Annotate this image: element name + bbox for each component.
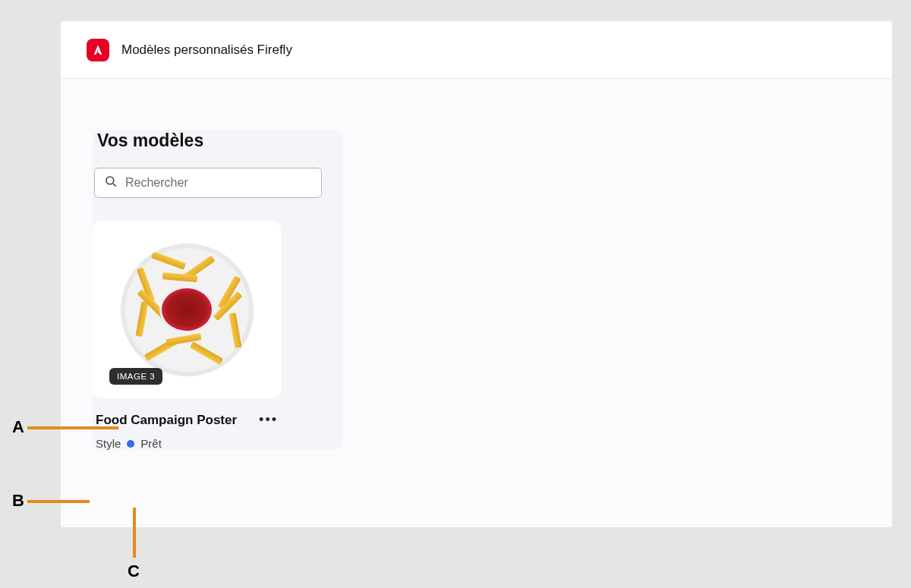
annotation-a-line (27, 426, 118, 429)
annotation-a-label: A (12, 417, 24, 437)
annotation-b-label: B (12, 491, 24, 511)
app-title: Modèles personnalisés Firefly (121, 42, 292, 58)
section-title: Vos modèles (97, 130, 343, 151)
model-card-meta: Food Campaign Poster ••• Style Prêt (93, 409, 281, 450)
app-window: Modèles personnalisés Firefly Vos modèle… (61, 21, 892, 527)
search-input[interactable] (125, 176, 312, 190)
annotation-c-label: C (128, 561, 140, 581)
models-panel: Vos modèles (93, 130, 343, 450)
adobe-logo-icon (87, 39, 109, 61)
model-status-row: Style Prêt (96, 437, 281, 450)
app-header: Modèles personnalisés Firefly (61, 21, 892, 79)
model-status-label: Prêt (140, 437, 162, 450)
annotation-c-line (133, 508, 136, 558)
content-area: Vos modèles (61, 79, 892, 480)
model-card[interactable]: IMAGE 3 (93, 221, 281, 398)
more-options-button[interactable]: ••• (256, 409, 281, 431)
model-type-label: Style (96, 437, 121, 450)
annotation-b-line (27, 500, 90, 503)
status-dot-icon (127, 440, 134, 448)
svg-line-1 (113, 184, 116, 187)
model-title: Food Campaign Poster (96, 413, 237, 428)
search-field-wrap[interactable] (94, 168, 322, 198)
search-icon (104, 175, 118, 191)
svg-point-0 (106, 177, 114, 184)
model-thumbnail: IMAGE 3 (102, 230, 272, 389)
version-badge: IMAGE 3 (109, 368, 162, 385)
